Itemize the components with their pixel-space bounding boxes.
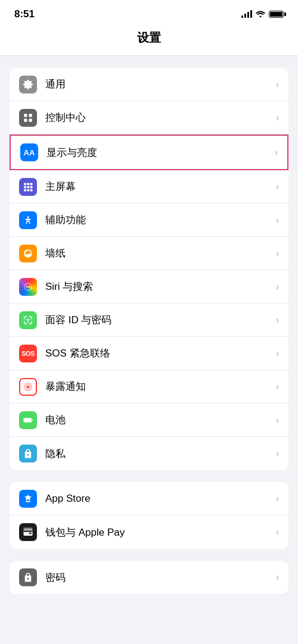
general-label: 通用 — [45, 77, 276, 91]
siri-label: Siri 与搜索 — [45, 280, 276, 293]
faceid-icon — [19, 311, 37, 329]
svg-rect-1 — [29, 114, 32, 117]
battery-label: 电池 — [45, 413, 276, 427]
display-chevron: › — [275, 147, 278, 158]
privacy-icon — [19, 445, 37, 462]
settings-item-battery[interactable]: 电池 › — [10, 404, 288, 437]
settings-section-3: 密码 › — [10, 561, 288, 594]
signal-icon — [241, 11, 252, 18]
settings-item-display-wrapper: AA 显示与亮度 › — [10, 135, 288, 170]
settings-item-homescreen[interactable]: 主屏幕 › — [10, 170, 288, 204]
settings-item-accessibility[interactable]: 辅助功能 › — [10, 204, 288, 237]
sos-icon: SOS — [19, 345, 37, 362]
settings-section-2: App Store › 钱包与 Apple Pay › — [10, 482, 288, 549]
battery-chevron: › — [276, 415, 279, 426]
wifi-icon — [256, 10, 265, 19]
wallet-icon — [19, 523, 37, 541]
svg-point-14 — [27, 385, 30, 388]
general-chevron: › — [276, 79, 279, 90]
settings-item-appstore[interactable]: App Store › — [10, 482, 288, 515]
sos-label: SOS 紧急联络 — [45, 346, 276, 360]
siri-icon — [19, 278, 37, 296]
settings-item-control-center[interactable]: 控制中心 › — [10, 101, 288, 135]
settings-section-1: 通用 › 控制中心 › AA 显示与亮度 › — [10, 68, 288, 470]
wallet-chevron: › — [276, 527, 279, 537]
control-center-chevron: › — [276, 112, 279, 123]
wallet-label: 钱包与 Apple Pay — [45, 526, 276, 539]
exposure-chevron: › — [276, 382, 279, 392]
svg-rect-12 — [30, 189, 33, 191]
svg-rect-9 — [30, 186, 33, 188]
page-title: 设置 — [10, 30, 288, 46]
faceid-label: 面容 ID 与密码 — [45, 313, 276, 327]
accessibility-icon — [19, 211, 37, 229]
general-icon — [19, 76, 37, 93]
svg-rect-19 — [24, 530, 33, 532]
status-time: 8:51 — [14, 8, 35, 20]
wallpaper-label: 墙纸 — [45, 246, 276, 260]
svg-rect-3 — [29, 118, 32, 121]
settings-item-wallpaper[interactable]: 墙纸 › — [10, 237, 288, 270]
settings-item-exposure[interactable]: 暴露通知 › — [10, 370, 288, 404]
battery-icon — [269, 11, 284, 18]
password-chevron: › — [276, 572, 279, 583]
svg-rect-6 — [30, 183, 33, 185]
privacy-chevron: › — [276, 448, 279, 459]
homescreen-chevron: › — [276, 182, 279, 192]
exposure-icon — [19, 378, 37, 396]
settings-item-display[interactable]: AA 显示与亮度 › — [11, 136, 287, 169]
settings-item-faceid[interactable]: 面容 ID 与密码 › — [10, 304, 288, 337]
svg-rect-8 — [27, 186, 30, 188]
accessibility-label: 辅助功能 — [45, 213, 276, 227]
homescreen-label: 主屏幕 — [45, 180, 276, 193]
faceid-chevron: › — [276, 315, 279, 326]
display-icon: AA — [20, 143, 38, 161]
svg-point-13 — [27, 216, 29, 218]
password-label: 密码 — [45, 571, 276, 584]
settings-item-wallet[interactable]: 钱包与 Apple Pay › — [10, 515, 288, 549]
appstore-icon — [19, 490, 37, 508]
svg-rect-0 — [24, 114, 27, 117]
accessibility-chevron: › — [276, 215, 279, 226]
svg-rect-2 — [24, 118, 27, 121]
privacy-label: 隐私 — [45, 447, 276, 461]
settings-item-general[interactable]: 通用 › — [10, 68, 288, 101]
svg-rect-10 — [24, 189, 26, 191]
svg-rect-4 — [24, 183, 26, 185]
control-center-icon — [19, 109, 37, 127]
settings-item-siri[interactable]: Siri 与搜索 › — [10, 270, 288, 304]
svg-rect-7 — [24, 186, 26, 188]
page-title-bar: 设置 — [0, 25, 298, 56]
exposure-label: 暴露通知 — [45, 380, 276, 393]
password-icon — [19, 568, 37, 586]
svg-rect-17 — [24, 418, 32, 423]
appstore-label: App Store — [45, 493, 276, 505]
wallpaper-chevron: › — [276, 248, 279, 259]
display-label: 显示与亮度 — [46, 146, 275, 160]
status-icons — [241, 10, 284, 19]
settings-item-password[interactable]: 密码 › — [10, 561, 288, 594]
settings-item-privacy[interactable]: 隐私 › — [10, 437, 288, 470]
sos-chevron: › — [276, 348, 279, 359]
siri-chevron: › — [276, 282, 279, 292]
svg-rect-11 — [27, 189, 30, 191]
svg-rect-5 — [27, 183, 30, 185]
battery-icon-settings — [19, 411, 37, 429]
appstore-chevron: › — [276, 493, 279, 504]
wallpaper-icon — [19, 245, 37, 262]
svg-rect-20 — [29, 533, 32, 534]
settings-item-sos[interactable]: SOS SOS 紧急联络 › — [10, 337, 288, 370]
homescreen-icon — [19, 178, 37, 196]
control-center-label: 控制中心 — [45, 111, 276, 124]
status-bar: 8:51 — [0, 0, 298, 25]
